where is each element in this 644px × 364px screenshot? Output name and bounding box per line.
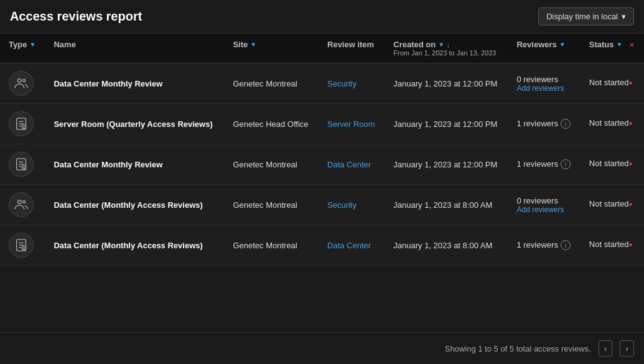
access-reviews-table: Type ▼ Name Site ▼ Review item Created o… xyxy=(0,34,644,266)
reviewers-info-icon[interactable]: i xyxy=(561,119,571,129)
name-cell: Data Center (Monthly Access Reviews) xyxy=(45,185,224,225)
review-item-cell: Data Center xyxy=(319,144,385,185)
site-cell: Genetec Montreal xyxy=(224,63,319,104)
review-item-cell: Security xyxy=(319,63,385,104)
table-header-row: Type ▼ Name Site ▼ Review item Created o… xyxy=(0,34,644,63)
name-cell: Data Center Monthly Review xyxy=(45,63,224,104)
review-item-link[interactable]: Data Center xyxy=(327,241,371,250)
table-footer: Showing 1 to 5 of 5 total access reviews… xyxy=(0,332,644,364)
status-cell: Not started• xyxy=(581,63,644,104)
status-filter-icon: ▼ xyxy=(617,41,623,48)
page-header: Access reviews report Display time in lo… xyxy=(0,0,644,34)
status-dot-icon: • xyxy=(628,158,632,170)
created-on-cell: January 1, 2023 at 8:00 AM xyxy=(385,185,508,225)
reviewers-count: 0 reviewers xyxy=(516,196,558,205)
col-name: Name xyxy=(45,34,224,63)
pagination-prev-button[interactable]: ‹ xyxy=(599,340,613,357)
svg-point-0 xyxy=(18,79,22,83)
col-status: Status ▼ ✕ xyxy=(581,34,644,63)
reviewers-count: 1 reviewers xyxy=(516,240,558,250)
col-created-on: Created on ▼ ↓ From Jan 1, 2023 to Jan 1… xyxy=(385,34,508,63)
created-on-cell: January 1, 2023 at 12:00 PM xyxy=(385,63,508,104)
reviewers-count: 0 reviewers xyxy=(516,75,558,84)
review-item-cell: Security xyxy=(319,185,385,225)
created-on-sort-icon[interactable]: ↓ xyxy=(447,41,450,49)
type-filter[interactable]: Type ▼ xyxy=(9,40,35,49)
table-row: Server Room (Quarterly Access Reviews)Ge… xyxy=(0,104,644,144)
status-filter[interactable]: Status ▼ xyxy=(589,40,623,49)
name-cell: Server Room (Quarterly Access Reviews) xyxy=(45,104,224,144)
created-on-filter-icon: ▼ xyxy=(438,41,444,48)
col-review-item: Review item xyxy=(319,34,385,63)
reviewers-filter[interactable]: Reviewers ▼ xyxy=(516,40,565,49)
site-cell: Genetec Montreal xyxy=(224,144,319,185)
display-time-button[interactable]: Display time in local ▾ xyxy=(538,7,634,26)
type-cell xyxy=(0,225,45,266)
report-type-icon xyxy=(9,111,34,136)
reviewers-cell: 0 reviewersAdd reviewers xyxy=(508,185,580,225)
reviewers-cell: 0 reviewersAdd reviewers xyxy=(508,63,580,104)
reviewers-info-icon[interactable]: i xyxy=(561,240,571,250)
col-type: Type ▼ xyxy=(0,34,45,63)
group-type-icon xyxy=(9,71,34,96)
status-cell: Not started• xyxy=(581,144,644,185)
name-cell: Data Center (Monthly Access Reviews) xyxy=(45,225,224,266)
status-cell: Not started• xyxy=(581,185,644,225)
pagination-info: Showing 1 to 5 of 5 total access reviews… xyxy=(445,344,591,353)
reviewers-count: 1 reviewers xyxy=(516,119,558,128)
reviewers-count: 1 reviewers xyxy=(516,159,558,169)
add-reviewers-link[interactable]: Add reviewers xyxy=(516,205,571,214)
type-cell xyxy=(0,104,45,144)
reviewers-info-icon[interactable]: i xyxy=(561,159,571,169)
report-type-icon xyxy=(9,152,34,177)
reviewers-filter-icon: ▼ xyxy=(559,41,566,48)
type-filter-icon: ▼ xyxy=(29,41,35,48)
col-site: Site ▼ xyxy=(224,34,319,63)
add-reviewers-link[interactable]: Add reviewers xyxy=(516,84,571,93)
svg-point-17 xyxy=(23,200,26,203)
display-time-label: Display time in local xyxy=(546,12,618,21)
reviewers-cell: 1 reviewersi xyxy=(508,225,580,266)
reviewers-cell: 1 reviewersi xyxy=(508,104,580,144)
reviewers-cell: 1 reviewersi xyxy=(508,144,580,185)
status-clear-filter-icon[interactable]: ✕ xyxy=(629,42,634,49)
site-cell: Genetec Head Office xyxy=(224,104,319,144)
table-row: Data Center Monthly ReviewGenetec Montre… xyxy=(0,63,644,104)
status-dot-icon: • xyxy=(628,239,632,251)
page-title: Access reviews report xyxy=(10,9,142,24)
review-item-link[interactable]: Security xyxy=(327,200,357,210)
status-cell: Not started• xyxy=(581,104,644,144)
table-row: Data Center (Monthly Access Reviews)Gene… xyxy=(0,225,644,266)
site-filter[interactable]: Site ▼ xyxy=(233,40,256,49)
site-cell: Genetec Montreal xyxy=(224,225,319,266)
site-filter-icon: ▼ xyxy=(250,41,256,48)
svg-point-16 xyxy=(18,200,22,204)
site-cell: Genetec Montreal xyxy=(224,185,319,225)
review-item-link[interactable]: Data Center xyxy=(327,160,371,169)
pagination-next-button[interactable]: › xyxy=(620,340,634,357)
table-row: Data Center Monthly ReviewGenetec Montre… xyxy=(0,144,644,185)
type-cell xyxy=(0,185,45,225)
created-on-date-range: From Jan 1, 2023 to Jan 13, 2023 xyxy=(393,49,499,57)
col-reviewers: Reviewers ▼ xyxy=(508,34,580,63)
review-item-link[interactable]: Server Room xyxy=(327,119,375,129)
created-on-cell: January 1, 2023 at 12:00 PM xyxy=(385,144,508,185)
created-on-cell: January 1, 2023 at 8:00 AM xyxy=(385,225,508,266)
status-dot-icon: • xyxy=(628,198,632,211)
status-dot-icon: • xyxy=(628,77,632,90)
svg-point-1 xyxy=(23,79,26,82)
type-cell xyxy=(0,144,45,185)
status-cell: Not started• xyxy=(581,225,644,266)
dropdown-arrow-icon: ▾ xyxy=(622,12,626,21)
name-cell: Data Center Monthly Review xyxy=(45,144,224,185)
report-type-icon xyxy=(9,233,34,258)
table-row: Data Center (Monthly Access Reviews)Gene… xyxy=(0,185,644,225)
created-on-cell: January 1, 2023 at 12:00 PM xyxy=(385,104,508,144)
created-on-filter[interactable]: Created on ▼ xyxy=(393,40,444,49)
status-dot-icon: • xyxy=(628,118,632,130)
review-item-cell: Server Room xyxy=(319,104,385,144)
review-item-cell: Data Center xyxy=(319,225,385,266)
group-type-icon xyxy=(9,192,34,217)
review-item-link[interactable]: Security xyxy=(327,79,357,88)
type-cell xyxy=(0,63,45,104)
